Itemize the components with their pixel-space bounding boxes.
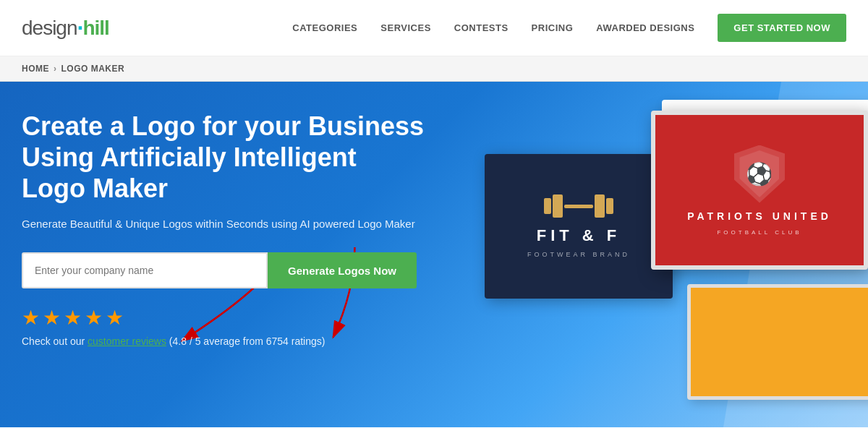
logo-dot: · (77, 14, 83, 41)
breadcrumb: HOME›LOGO MAKER (0, 56, 868, 82)
shield-inner: ⚽ (739, 150, 779, 197)
fitness-logo-card: FIT & F FOOTWEAR BRAND (485, 154, 673, 299)
star-5: ★ (106, 306, 124, 330)
header: design·hill CATEGORIES SERVICES CONTESTS… (0, 0, 868, 56)
dumbbell-weight-left-lg (553, 194, 563, 218)
company-name-input[interactable] (22, 252, 268, 288)
fitness-logo-design: FIT & F FOOTWEAR BRAND (527, 194, 630, 258)
breadcrumb-home[interactable]: HOME (22, 64, 49, 74)
site-logo[interactable]: design·hill (22, 14, 109, 41)
breadcrumb-separator: › (54, 64, 57, 74)
patriots-sub: FOOTBALL CLUB (717, 229, 801, 236)
star-rating: ★ ★ ★ ★ ★ (22, 306, 427, 330)
nav-contests[interactable]: CONTESTS (454, 22, 509, 33)
logo-hill-text: hill (82, 17, 109, 40)
shield-icon: ⚽ (734, 145, 785, 203)
star-3: ★ (64, 306, 82, 330)
soccer-ball-icon: ⚽ (746, 161, 773, 187)
logo-form: Generate Logos Now (22, 252, 427, 288)
hero-subtitle: Generate Beautiful & Unique Logos within… (22, 216, 427, 233)
hero-section: Create a Logo for your Business Using Ar… (0, 82, 868, 427)
get-started-button[interactable]: GET STARTED NOW (718, 14, 846, 42)
star-4: ★ (85, 306, 103, 330)
review-prefix: Check out our (22, 335, 88, 347)
patriots-name: PATRIOTS UNITED (687, 210, 832, 222)
star-2: ★ (43, 306, 61, 330)
dumbbell-icon (544, 194, 613, 218)
hero-content: Create a Logo for your Business Using Ar… (22, 111, 427, 347)
star-1: ★ (22, 306, 40, 330)
nav-awarded-designs[interactable]: AWARDED DESIGNS (596, 22, 694, 33)
fitness-brand-name: FIT & F (537, 226, 621, 245)
dumbbell-weight-right-lg (595, 194, 605, 218)
customer-reviews-link[interactable]: customer reviews (88, 335, 166, 347)
dumbbell-weight-left (544, 198, 551, 214)
logo-cards-display: FIT & F FOOTWEAR BRAND ⚽ PATRIOTS UNITED… (463, 96, 868, 427)
hero-title: Create a Logo for your Business Using Ar… (22, 111, 427, 205)
generate-logos-button[interactable]: Generate Logos Now (268, 252, 417, 288)
dumbbell-bar (564, 205, 593, 208)
review-suffix: (4.8 / 5 average from 6754 ratings) (166, 335, 325, 347)
nav-pricing[interactable]: PRICING (532, 22, 574, 33)
main-nav: CATEGORIES SERVICES CONTESTS PRICING AWA… (292, 14, 846, 42)
dumbbell-weight-right (606, 198, 613, 214)
nav-services[interactable]: SERVICES (380, 22, 431, 33)
logo-design-text: design (22, 17, 77, 40)
orange-logo-card (687, 284, 868, 400)
fitness-brand-sub: FOOTWEAR BRAND (527, 251, 630, 258)
review-text: Check out our customer reviews (4.8 / 5 … (22, 335, 427, 347)
breadcrumb-current: LOGO MAKER (61, 64, 125, 74)
shield-logo-design: ⚽ PATRIOTS UNITED FOOTBALL CLUB (687, 145, 832, 236)
nav-categories[interactable]: CATEGORIES (292, 22, 357, 33)
patriots-logo-card: ⚽ PATRIOTS UNITED FOOTBALL CLUB (651, 111, 868, 270)
